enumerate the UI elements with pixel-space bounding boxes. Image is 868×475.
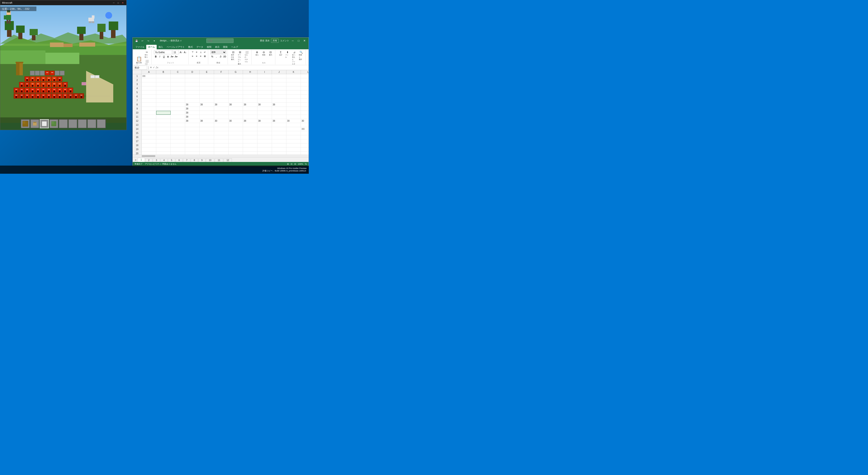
col-header-L[interactable]: L bbox=[301, 70, 309, 74]
cell-14-F[interactable] bbox=[214, 127, 228, 131]
cell-1-A[interactable]: XX bbox=[142, 74, 156, 78]
cut-button[interactable]: ✂ 切り取り bbox=[144, 50, 150, 59]
formula-cancel-icon[interactable]: ✕ bbox=[150, 66, 152, 69]
cell-2-C[interactable] bbox=[170, 78, 185, 82]
cell-14-A[interactable] bbox=[142, 127, 156, 131]
cell-14-H[interactable] bbox=[243, 127, 257, 131]
cell-8-A[interactable] bbox=[142, 103, 156, 107]
cell-7-L[interactable] bbox=[301, 99, 309, 102]
cell-7-D[interactable] bbox=[185, 99, 199, 102]
col-header-D[interactable]: D bbox=[185, 70, 199, 74]
sheet-tab-2[interactable]: 2 bbox=[145, 158, 153, 162]
row-num-5[interactable]: 5 bbox=[133, 90, 142, 94]
excel-minimize-button[interactable]: ─ bbox=[290, 38, 295, 43]
cell-13-L[interactable] bbox=[301, 123, 309, 127]
cell-1-F[interactable] bbox=[214, 74, 228, 78]
cell-3-A[interactable] bbox=[142, 82, 156, 86]
cell-8-I[interactable]: 38 bbox=[257, 103, 272, 107]
cell-12-C[interactable] bbox=[170, 119, 185, 123]
cell-7-C[interactable] bbox=[170, 99, 185, 102]
col-header-A[interactable]: A bbox=[142, 70, 156, 74]
sheet-tab-9[interactable]: 9 bbox=[198, 158, 206, 162]
ribbon-tab-home[interactable]: ホーム bbox=[146, 45, 157, 49]
cell-7-H[interactable] bbox=[243, 99, 257, 102]
cell-14-L[interactable]: XX bbox=[301, 127, 309, 131]
delete-cell-button[interactable]: ⊖ 削除 bbox=[260, 50, 267, 57]
row-num-14[interactable]: 14 bbox=[133, 127, 142, 131]
row-num-15[interactable]: 15 bbox=[133, 131, 142, 135]
cell-9-L[interactable] bbox=[301, 107, 309, 111]
cell-9-C[interactable] bbox=[170, 107, 185, 111]
cell-9-B[interactable] bbox=[156, 107, 170, 111]
cell-1-L[interactable] bbox=[301, 74, 309, 78]
row-num-9[interactable]: 9 bbox=[133, 107, 142, 111]
row-num-17[interactable]: 17 bbox=[133, 139, 142, 143]
cell-9-I[interactable] bbox=[257, 107, 272, 111]
number-format-select[interactable]: 標準 bbox=[211, 50, 226, 54]
cell-5-F[interactable] bbox=[214, 90, 228, 94]
cell-1-J[interactable] bbox=[272, 74, 286, 78]
cell-2-K[interactable] bbox=[286, 78, 301, 82]
cell-2-D[interactable] bbox=[185, 78, 199, 82]
cell-7-I[interactable] bbox=[257, 99, 272, 102]
cell-5-B[interactable] bbox=[156, 90, 170, 94]
cell-5-C[interactable] bbox=[170, 90, 185, 94]
sheet-tab-6[interactable]: 6 bbox=[176, 158, 183, 162]
cell-8-D[interactable]: 38 bbox=[185, 103, 199, 107]
cell-6-L[interactable] bbox=[301, 94, 309, 98]
cell-6-E[interactable] bbox=[199, 94, 214, 98]
font-name-input[interactable] bbox=[154, 50, 172, 54]
sheet-tab-11[interactable]: 11 bbox=[215, 158, 223, 162]
font-size-decrease-button[interactable]: A↓ bbox=[183, 51, 187, 54]
cell-4-H[interactable] bbox=[243, 86, 257, 90]
wrap-text-button[interactable]: ↵ bbox=[203, 50, 207, 54]
cell-reference-box[interactable]: B10 bbox=[133, 66, 147, 70]
italic-button[interactable]: I bbox=[158, 55, 162, 58]
cell-5-L[interactable] bbox=[301, 90, 309, 94]
cell-3-D[interactable] bbox=[185, 82, 199, 86]
cell-5-A[interactable] bbox=[142, 90, 156, 94]
excel-share-button[interactable]: 共有 bbox=[271, 39, 279, 43]
col-header-J[interactable]: J bbox=[272, 70, 286, 74]
cell-10-B[interactable] bbox=[156, 111, 170, 115]
cell-1-G[interactable] bbox=[228, 74, 243, 78]
cell-9-G[interactable] bbox=[228, 107, 243, 111]
cell-10-F[interactable] bbox=[214, 111, 228, 115]
cell-1-D[interactable] bbox=[185, 74, 199, 78]
percent-button[interactable]: % bbox=[211, 55, 214, 58]
formula-function-icon[interactable]: ƒx bbox=[156, 66, 158, 69]
sheet-tab-12[interactable]: 12 bbox=[223, 158, 232, 162]
increase-decimal-button[interactable]: .0 bbox=[219, 55, 222, 58]
ideas-button[interactable]: 💡 アイデア bbox=[308, 50, 309, 61]
cell-10-H[interactable] bbox=[243, 111, 257, 115]
cell-9-J[interactable] bbox=[272, 107, 286, 111]
cell-10-E[interactable] bbox=[199, 111, 214, 115]
cell-2-E[interactable] bbox=[199, 78, 214, 82]
ribbon-tab-data[interactable]: データ bbox=[195, 45, 205, 49]
ribbon-tab-develop[interactable]: 開発 bbox=[221, 45, 229, 49]
cell-12-K[interactable]: 30 bbox=[286, 119, 301, 123]
excel-save-icon[interactable]: 💾 bbox=[134, 39, 138, 43]
row-num-2[interactable]: 2 bbox=[133, 78, 142, 82]
cell-2-L[interactable] bbox=[301, 78, 309, 82]
conditional-format-button[interactable]: ⊟ 条件付き書式 bbox=[230, 50, 237, 65]
cell-13-E[interactable] bbox=[199, 123, 214, 127]
cell-11-I[interactable] bbox=[257, 115, 272, 119]
sheet-tab-8[interactable]: 8 bbox=[191, 158, 198, 162]
cell-10-J[interactable] bbox=[272, 111, 286, 115]
row-num-18[interactable]: 18 bbox=[133, 143, 142, 147]
copy-button[interactable]: ⬜ コピー bbox=[144, 59, 150, 65]
col-header-B[interactable]: B bbox=[156, 70, 170, 74]
cell-11-J[interactable] bbox=[272, 115, 286, 119]
cell-3-F[interactable] bbox=[214, 82, 228, 86]
excel-undo-icon[interactable]: ↩ bbox=[141, 39, 145, 43]
cell-7-A[interactable] bbox=[142, 99, 156, 102]
cell-4-C[interactable] bbox=[170, 86, 185, 90]
cell-2-A[interactable] bbox=[142, 78, 156, 82]
view-normal-icon[interactable]: ⊞ bbox=[287, 163, 289, 165]
horizontal-scrollbar[interactable] bbox=[133, 155, 309, 157]
sheet-tab-4[interactable]: 4 bbox=[160, 158, 168, 162]
cell-12-I[interactable]: 38 bbox=[257, 119, 272, 123]
format-cell-button[interactable]: ⊟ 書式 bbox=[268, 50, 274, 57]
align-bottom-button[interactable]: ⊥ bbox=[199, 50, 203, 54]
